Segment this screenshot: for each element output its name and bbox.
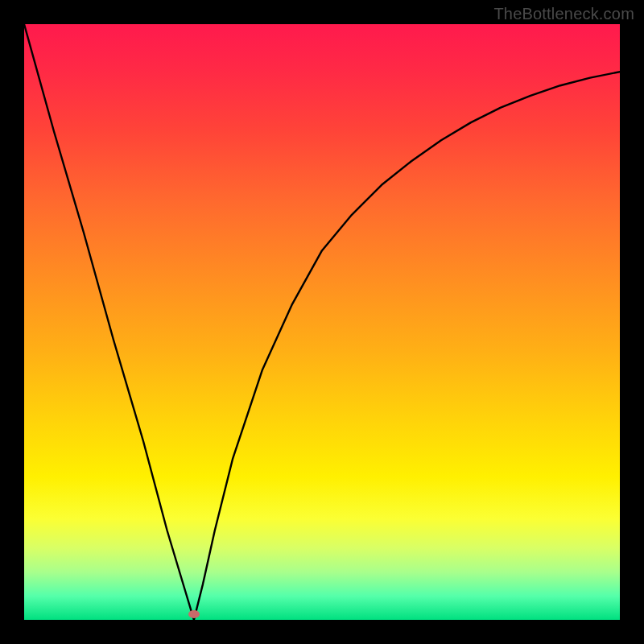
watermark-text: TheBottleneck.com bbox=[493, 5, 634, 23]
bottleneck-curve bbox=[24, 24, 620, 620]
curve-svg bbox=[24, 24, 620, 620]
plot-area bbox=[24, 24, 620, 620]
minimum-marker-icon bbox=[188, 610, 200, 618]
chart-frame: TheBottleneck.com bbox=[0, 0, 644, 644]
